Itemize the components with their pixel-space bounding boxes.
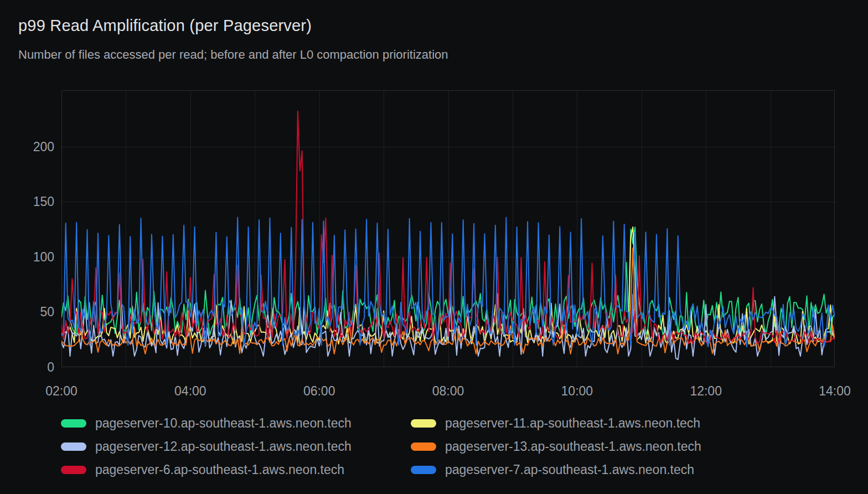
x-tick-label: 10:00: [561, 384, 593, 399]
x-tick-label: 06:00: [303, 384, 335, 399]
y-tick-label: 50: [6, 305, 54, 318]
legend-item[interactable]: pageserver-10.ap-southeast-1.aws.neon.te…: [61, 416, 411, 430]
x-tick-label: 12:00: [690, 384, 722, 399]
legend-series-swatch: [411, 419, 436, 428]
legend-series-label: pageserver-10.ap-southeast-1.aws.neon.te…: [95, 416, 352, 431]
legend-series-label: pageserver-12.ap-southeast-1.aws.neon.te…: [95, 439, 352, 454]
legend-series-swatch: [61, 419, 86, 428]
panel-title: p99 Read Amplification (per Pageserver): [18, 17, 312, 35]
legend-series-label: pageserver-13.ap-southeast-1.aws.neon.te…: [445, 439, 701, 454]
legend-series-label: pageserver-7.ap-southeast-1.aws.neon.tec…: [445, 462, 694, 477]
legend-item[interactable]: pageserver-11.ap-southeast-1.aws.neon.te…: [411, 416, 701, 430]
y-tick-label: 0: [6, 361, 54, 374]
y-tick-label: 100: [6, 250, 54, 264]
legend-item[interactable]: pageserver-7.ap-southeast-1.aws.neon.tec…: [411, 463, 701, 477]
panel-subtitle: Number of files accessed per read; befor…: [18, 48, 448, 62]
y-tick-label: 150: [6, 195, 54, 208]
plot-area: [61, 90, 835, 367]
legend: pageserver-10.ap-southeast-1.aws.neon.te…: [61, 416, 701, 477]
legend-series-label: pageserver-6.ap-southeast-1.aws.neon.tec…: [95, 462, 344, 477]
legend-series-swatch: [411, 442, 436, 451]
x-tick-label: 08:00: [432, 384, 464, 399]
chart-canvas[interactable]: [61, 90, 835, 367]
x-tick-label: 14:00: [819, 384, 851, 399]
legend-item[interactable]: pageserver-13.ap-southeast-1.aws.neon.te…: [411, 440, 701, 454]
x-tick-label: 04:00: [174, 384, 206, 399]
legend-item[interactable]: pageserver-12.ap-southeast-1.aws.neon.te…: [61, 440, 411, 454]
chart-panel: p99 Read Amplification (per Pageserver) …: [0, 0, 868, 494]
x-tick-label: 02:00: [45, 384, 78, 399]
legend-item[interactable]: pageserver-6.ap-southeast-1.aws.neon.tec…: [61, 463, 411, 477]
legend-series-label: pageserver-11.ap-southeast-1.aws.neon.te…: [445, 416, 700, 431]
legend-series-swatch: [411, 466, 436, 474]
legend-series-swatch: [61, 466, 86, 474]
y-tick-label: 200: [6, 140, 54, 153]
legend-series-swatch: [61, 442, 86, 451]
